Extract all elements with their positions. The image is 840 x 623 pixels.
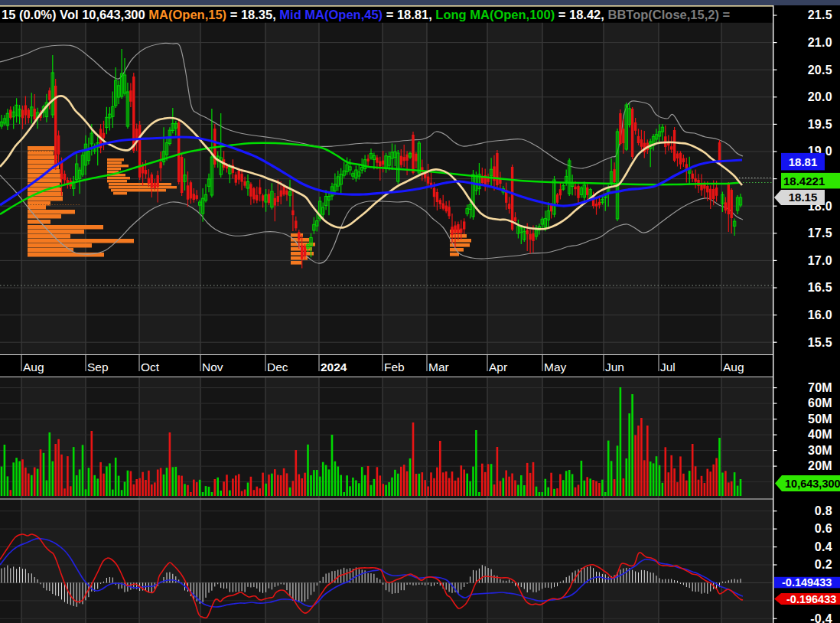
svg-text:Nov: Nov <box>202 360 223 373</box>
svg-text:Dec: Dec <box>267 360 288 373</box>
svg-text:0.4: 0.4 <box>815 540 832 553</box>
svg-text:18.4221: 18.4221 <box>783 175 825 188</box>
svg-text:May: May <box>544 360 567 373</box>
svg-text:Oct: Oct <box>141 360 160 373</box>
svg-text:-0.149433: -0.149433 <box>782 576 832 589</box>
svg-text:0.8: 0.8 <box>815 504 832 517</box>
svg-text:21.5: 21.5 <box>808 8 832 21</box>
svg-text:0.2: 0.2 <box>815 558 832 571</box>
svg-text:Jul: Jul <box>660 360 676 373</box>
svg-text:16.5: 16.5 <box>808 281 832 294</box>
svg-text:Feb: Feb <box>384 360 405 373</box>
svg-text:Jun: Jun <box>605 360 624 373</box>
svg-text:Apr: Apr <box>489 360 507 373</box>
svg-text:20.5: 20.5 <box>808 64 832 77</box>
svg-text:Aug: Aug <box>23 360 44 373</box>
svg-text:17.5: 17.5 <box>808 227 832 240</box>
svg-text:-0.196433: -0.196433 <box>786 593 836 605</box>
svg-text:17.0: 17.0 <box>808 254 832 267</box>
svg-text:16.0: 16.0 <box>808 308 832 321</box>
svg-text:15.5: 15.5 <box>808 336 832 349</box>
svg-text:40M: 40M <box>808 428 832 441</box>
svg-text:20M: 20M <box>808 459 832 472</box>
svg-text:60M: 60M <box>808 396 832 409</box>
svg-text:2024: 2024 <box>321 360 347 373</box>
svg-text:19.5: 19.5 <box>808 118 832 131</box>
svg-text:Mar: Mar <box>428 360 449 373</box>
svg-text:0.6: 0.6 <box>815 522 832 535</box>
svg-text:20.0: 20.0 <box>808 90 832 103</box>
svg-text:30M: 30M <box>808 444 832 457</box>
svg-text:Aug: Aug <box>723 360 744 373</box>
svg-text:21.0: 21.0 <box>808 36 832 49</box>
svg-text:10,643,300: 10,643,300 <box>785 478 840 490</box>
svg-text:70M: 70M <box>808 381 832 394</box>
svg-text:18.15: 18.15 <box>789 191 818 204</box>
svg-text:15 (0.0%) Vol 10,643,300 MA(Op: 15 (0.0%) Vol 10,643,300 MA(Open,15) = 1… <box>2 8 730 21</box>
svg-text:-0.4: -0.4 <box>810 612 832 623</box>
svg-text:18.81: 18.81 <box>789 155 818 168</box>
svg-text:Sep: Sep <box>87 360 109 373</box>
svg-text:50M: 50M <box>808 413 832 426</box>
